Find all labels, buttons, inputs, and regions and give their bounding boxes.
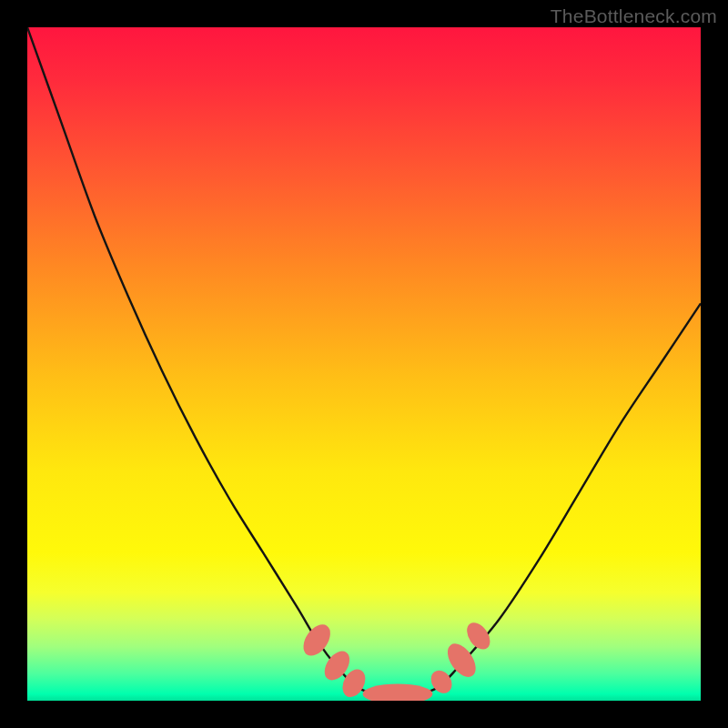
bottleneck-svg (27, 27, 701, 701)
marker-left-high (298, 620, 335, 661)
curve-markers (298, 619, 494, 701)
plot-area (27, 27, 701, 701)
marker-right-high (462, 619, 495, 654)
watermark-text: TheBottleneck.com (551, 5, 717, 27)
chart-frame: TheBottleneck.com (0, 0, 728, 728)
bottleneck-curve (27, 27, 701, 694)
marker-bottom-bar (363, 684, 433, 702)
